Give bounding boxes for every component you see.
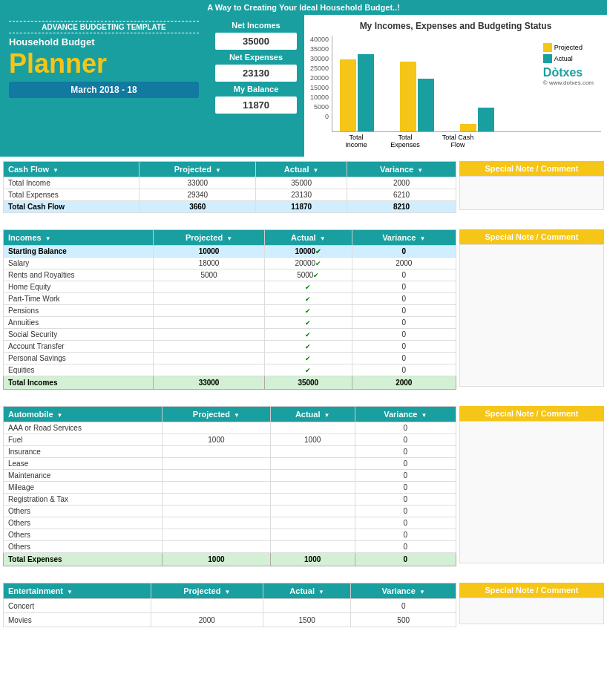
automobile-section: Automobile ▼ Projected ▼ Actual ▼ Varian… [0, 402, 607, 571]
entertainment-col-projected[interactable]: Projected ▼ [151, 583, 263, 599]
entertainment-table: Entertainment ▼ Projected ▼ Actual ▼ Var… [3, 583, 456, 627]
legend-projected-color [543, 43, 552, 52]
table-row: Lease 0 [4, 458, 456, 470]
table-row: AAA or Road Services 0 [4, 422, 456, 434]
chart-bars-area: Total Income Total Expenses Total Cash F… [332, 36, 601, 151]
cash-flow-col-actual[interactable]: Actual ▼ [256, 162, 347, 177]
automobile-col-projected[interactable]: Projected ▼ [163, 407, 271, 422]
bar-income-actual [358, 54, 374, 131]
incomes-side-note: Special Note / Comment [459, 229, 604, 390]
row-label: Others [4, 541, 163, 553]
table-row: Starting Balance 10000 10000✔ 0 [4, 246, 456, 258]
bar-expenses-actual [418, 79, 434, 131]
incomes-table: Incomes ▼ Projected ▼ Actual ▼ Variance … [3, 229, 456, 390]
cash-flow-dropdown[interactable]: ▼ [53, 167, 59, 174]
row-label: Mileage [4, 482, 163, 494]
chart-container: My Incomes, Expenses and Budgeting Statu… [304, 15, 607, 157]
total-projected: 33000 [154, 376, 265, 390]
chart-group-income [340, 54, 374, 131]
row-projected [154, 317, 265, 329]
cash-flow-col-projected[interactable]: Projected ▼ [140, 162, 256, 177]
row-variance: 0 [351, 599, 456, 613]
row-projected: 3660 [140, 201, 256, 213]
bar-cashflow-projected [460, 124, 476, 131]
total-row: Total Expenses 1000 1000 0 [4, 553, 456, 566]
cash-flow-note-body[interactable] [459, 176, 604, 210]
incomes-col-actual[interactable]: Actual ▼ [265, 230, 352, 246]
row-variance: 500 [351, 613, 456, 627]
row-label: Social Security [4, 329, 154, 341]
row-variance: 8210 [347, 201, 456, 213]
row-label: Fuel [4, 434, 163, 446]
row-projected [163, 446, 271, 458]
header-section: ADVANCE BUDGETING TEMPLATE Household Bud… [0, 15, 607, 157]
automobile-note-body[interactable] [459, 421, 604, 563]
total-label: Total Expenses [4, 553, 163, 566]
cash-flow-table-wrapper: Cash Flow ▼ Projected ▼ Actual ▼ Varianc… [3, 161, 604, 213]
row-label: Equities [4, 364, 154, 376]
balance-value: 11870 [215, 97, 297, 114]
entertainment-table-wrapper: Entertainment ▼ Projected ▼ Actual ▼ Var… [3, 583, 604, 627]
chart-x-labels: Total Income Total Expenses Total Cash F… [332, 134, 601, 148]
automobile-col-variance[interactable]: Variance ▼ [355, 407, 456, 422]
table-row: Rents and Royalties 5000 5000✔ 0 [4, 269, 456, 281]
automobile-title[interactable]: Automobile ▼ [4, 407, 163, 422]
row-projected [154, 293, 265, 305]
entertainment-col-variance[interactable]: Variance ▼ [351, 583, 456, 599]
total-actual: 1000 [270, 553, 355, 566]
table-row: Mileage 0 [4, 482, 456, 494]
chart-label-expenses: Total Expenses [388, 134, 422, 148]
row-label: Annuities [4, 317, 154, 329]
net-incomes-value: 35000 [215, 33, 297, 50]
cash-flow-section: Cash Flow ▼ Projected ▼ Actual ▼ Varianc… [0, 157, 607, 217]
chart-group-cashflow [460, 108, 494, 131]
incomes-col-variance[interactable]: Variance ▼ [352, 230, 456, 246]
balance-label: My Balance [234, 85, 279, 94]
row-actual [270, 446, 355, 458]
entertainment-col-actual[interactable]: Actual ▼ [263, 583, 350, 599]
row-variance: 0 [355, 434, 456, 446]
entertainment-note-body[interactable] [459, 598, 604, 624]
incomes-title[interactable]: Incomes ▼ [4, 230, 154, 246]
automobile-note-header: Special Note / Comment [459, 406, 604, 421]
table-row: Others 0 [4, 541, 456, 553]
row-actual: 20000✔ [265, 258, 352, 269]
row-projected [154, 305, 265, 317]
row-actual: ✔ [265, 353, 352, 364]
row-variance: 0 [352, 305, 456, 317]
row-projected [163, 470, 271, 482]
chart-title: My Incomes, Expenses and Budgeting Statu… [310, 21, 601, 31]
table-row: Total Cash Flow 3660 11870 8210 [4, 201, 456, 213]
table-row: Equities ✔ 0 [4, 364, 456, 376]
net-expenses-value: 23130 [215, 65, 297, 82]
row-actual: ✔ [265, 364, 352, 376]
row-actual: ✔ [265, 305, 352, 317]
row-actual: ✔ [265, 329, 352, 341]
chart-label-cashflow: Total Cash Flow [441, 134, 475, 148]
date-box: March 2018 - 18 [9, 82, 199, 98]
row-projected: 29340 [140, 189, 256, 201]
incomes-note-body[interactable] [459, 244, 604, 387]
row-label: Personal Savings [4, 353, 154, 364]
bar-cashflow-actual [478, 108, 494, 131]
automobile-col-actual[interactable]: Actual ▼ [270, 407, 355, 422]
website-label: © www.dotxes.com [543, 79, 594, 86]
row-projected [163, 506, 271, 517]
cash-flow-title[interactable]: Cash Flow ▼ [4, 162, 140, 177]
cash-flow-col-variance[interactable]: Variance ▼ [347, 162, 456, 177]
row-label: Maintenance [4, 470, 163, 482]
total-projected: 1000 [163, 553, 271, 566]
entertainment-title[interactable]: Entertainment ▼ [4, 583, 151, 599]
legend-projected: Projected [543, 43, 594, 52]
row-variance: 0 [355, 541, 456, 553]
cash-flow-header-row: Cash Flow ▼ Projected ▼ Actual ▼ Varianc… [4, 162, 456, 177]
row-projected [163, 529, 271, 541]
left-header: ADVANCE BUDGETING TEMPLATE Household Bud… [0, 15, 208, 157]
row-actual [263, 599, 350, 613]
chart-group-expenses [400, 62, 434, 131]
incomes-col-projected[interactable]: Projected ▼ [154, 230, 265, 246]
automobile-header-row: Automobile ▼ Projected ▼ Actual ▼ Varian… [4, 407, 456, 422]
row-projected: 1000 [163, 434, 271, 446]
row-actual: ✔ [265, 341, 352, 353]
automobile-table-wrapper: Automobile ▼ Projected ▼ Actual ▼ Varian… [3, 406, 604, 566]
